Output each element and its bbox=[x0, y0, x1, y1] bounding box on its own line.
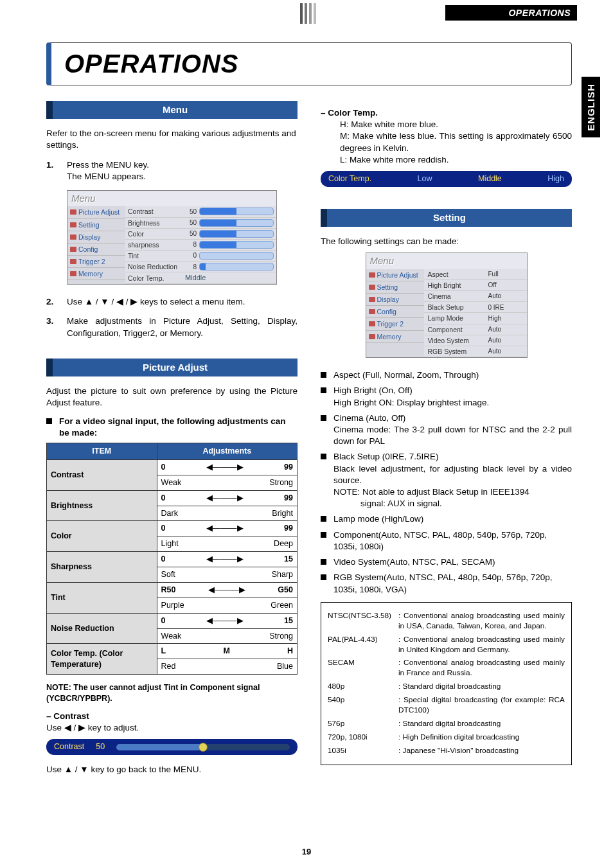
osd-side-item: Display bbox=[377, 295, 399, 304]
adj-range: 0◀———▶99 bbox=[157, 459, 297, 475]
running-header: OPERATIONS bbox=[445, 5, 577, 21]
standards-row: PAL(PAL-4.43): Conventional analog broad… bbox=[328, 635, 565, 655]
step3: Make adjustments in Picture Adjust, Sett… bbox=[67, 315, 298, 339]
bullet-note: High Bright ON: Display brightest image. bbox=[333, 398, 489, 407]
adj-item-name: Sharpness bbox=[47, 552, 157, 583]
osd-setting-main: AspectFull High BrightOff CinemaAuto Bla… bbox=[424, 269, 527, 357]
step1a: Press the MENU key. bbox=[67, 160, 149, 170]
right-column: – Color Temp. H: Make white more blue. M… bbox=[321, 101, 572, 775]
osd-item-value: Middle bbox=[185, 273, 217, 283]
th-adj: Adjustments bbox=[157, 443, 297, 460]
pa-intro: Adjust the picture to suit own preferenc… bbox=[46, 385, 298, 409]
osd-side-item: Setting bbox=[78, 220, 100, 229]
adj-range: 0◀———▶99 bbox=[157, 521, 297, 536]
step1b: The MENU appears. bbox=[67, 172, 146, 181]
slider-bar bbox=[199, 230, 274, 238]
slider-bar bbox=[199, 241, 274, 249]
menu-icon bbox=[369, 309, 375, 314]
contrast-osd-strip: Contrast 50 bbox=[46, 739, 298, 755]
osd-item-value: 0 bbox=[185, 251, 197, 260]
slider-bar bbox=[199, 219, 274, 227]
osd-main: Contrast50 Brightness50 Color50 sharpnes… bbox=[125, 206, 276, 284]
left-column: Menu Refer to the on-screen menu for mak… bbox=[46, 101, 298, 775]
osd-item-label: Cinema bbox=[428, 292, 486, 301]
doc-title: OPERATIONS bbox=[64, 49, 558, 78]
menu-icon bbox=[70, 222, 76, 227]
language-tab: ENGLISH bbox=[582, 77, 600, 137]
osd-title: Menu bbox=[67, 191, 276, 206]
section-menu: Menu bbox=[46, 101, 298, 119]
pa-note: NOTE: The user cannot adjust Tint in Com… bbox=[46, 682, 298, 704]
osd-item-label: Brightness bbox=[128, 218, 182, 227]
ct-low: Low bbox=[418, 173, 432, 184]
standards-desc: : Japanese "Hi-Vision" broadcasting bbox=[398, 746, 565, 756]
standards-desc: : High Definition digital broadcasting bbox=[398, 732, 565, 743]
adj-item-name: Tint bbox=[47, 582, 157, 613]
step2-num: 2. bbox=[46, 296, 60, 308]
osd-item-value: Auto bbox=[488, 325, 520, 334]
osd-side-item: Config bbox=[78, 245, 98, 254]
bullet-note: signal: AUX in signal. bbox=[333, 498, 442, 509]
menu-icon bbox=[70, 271, 76, 276]
standards-row: NTSC(NTSC-3.58): Conventional analog bro… bbox=[328, 611, 565, 632]
setting-intro: The following settings can be made: bbox=[321, 236, 572, 247]
ct-mid: Middle bbox=[478, 173, 502, 184]
osd-side-item: Display bbox=[78, 233, 100, 242]
osd-item-value: 8 bbox=[185, 240, 197, 249]
standards-key: 540p bbox=[328, 695, 392, 716]
bullet-video: Video System(Auto, NTSC, PAL, SECAM) bbox=[321, 556, 572, 568]
ct-high: High bbox=[547, 173, 564, 184]
step2: Use ▲ / ▼ / ◀ / ▶ keys to select a menu … bbox=[67, 296, 245, 308]
osd-item-value: High bbox=[488, 314, 520, 323]
osd-setting: Menu Picture Adjust Setting Display Conf… bbox=[366, 252, 528, 358]
osd-item-label: High Bright bbox=[428, 281, 486, 290]
osd-side-item: Config bbox=[377, 307, 396, 316]
adj-hint: WeakStrong bbox=[157, 628, 297, 644]
bullet-note: Black level adjustment, for adjusting bl… bbox=[333, 463, 572, 486]
osd-item-label: Black Setup bbox=[428, 303, 486, 312]
standards-key: SECAM bbox=[328, 658, 392, 678]
ct-osd-label: Color Temp. bbox=[328, 173, 371, 184]
osd-item-value: 0 IRE bbox=[488, 303, 520, 312]
bullet-high-bright: High Bright (On, Off) High Bright ON: Di… bbox=[321, 385, 572, 408]
adjustments-table: ITEM Adjustments Contrast0◀———▶99WeakStr… bbox=[46, 443, 298, 675]
osd-side-item: Memory bbox=[377, 332, 402, 341]
menu-icon bbox=[369, 321, 375, 326]
standards-key: NTSC(NTSC-3.58) bbox=[328, 611, 392, 632]
th-item: ITEM bbox=[47, 443, 157, 460]
osd-side-list: Picture Adjust Setting Display Config Tr… bbox=[67, 206, 125, 284]
ct-osd-strip: Color Temp. Low Middle High bbox=[321, 171, 572, 187]
osd-side-item: Trigger 2 bbox=[377, 319, 404, 328]
osd-item-label: RGB System bbox=[428, 347, 486, 356]
menu-icon bbox=[369, 285, 375, 290]
standards-row: 576p: Standard digital broadcasting bbox=[328, 719, 565, 729]
bullet-black: Black Setup (0IRE, 7.5IRE) Black level a… bbox=[321, 451, 572, 509]
bullet-cinema: Cinema (Auto, Off) Cinema mode: The 3-2 … bbox=[321, 412, 572, 448]
standards-desc: : Special digital broadcasting (for exam… bbox=[398, 695, 565, 716]
slider-bar bbox=[199, 263, 274, 270]
adj-range: LMH bbox=[157, 644, 297, 659]
osd-side-item: Picture Adjust bbox=[78, 208, 120, 217]
osd-side-item: Picture Adjust bbox=[377, 270, 418, 279]
osd-side-item: Memory bbox=[78, 269, 103, 278]
osd-picture-adjust: Menu Picture Adjust Setting Display Conf… bbox=[67, 190, 277, 285]
contrast-osd-value: 50 bbox=[96, 741, 105, 752]
osd-item-value: Auto bbox=[488, 292, 520, 301]
osd-item-label: Contrast bbox=[128, 207, 182, 216]
ct-m: M: Make white less blue. This setting is… bbox=[340, 130, 572, 154]
standards-desc: : Conventional analog broadcasting used … bbox=[398, 658, 565, 678]
setting-bullets: Aspect (Full, Normal, Zoom, Through) Hig… bbox=[321, 369, 572, 596]
page-number: 19 bbox=[0, 847, 613, 856]
bullet-note: Cinema mode: The 3-2 pull down for NTSC … bbox=[333, 424, 572, 447]
bullet-note: NOTE: Not able to adjust Black Setup in … bbox=[333, 487, 529, 497]
slider-track bbox=[116, 744, 290, 750]
bullet-lamp: Lamp mode (High/Low) bbox=[321, 513, 572, 525]
standards-key: 1035i bbox=[328, 746, 392, 756]
osd-item-label: Lamp Mode bbox=[428, 314, 486, 323]
slider-knob-icon bbox=[199, 743, 208, 752]
osd-item-value: Full bbox=[488, 270, 520, 279]
adj-item-name: Color Temp. (Color Temperature) bbox=[47, 644, 157, 675]
contrast-head: – Contrast bbox=[46, 711, 298, 722]
adj-range: 0◀———▶15 bbox=[157, 552, 297, 567]
menu-icon bbox=[369, 272, 375, 278]
